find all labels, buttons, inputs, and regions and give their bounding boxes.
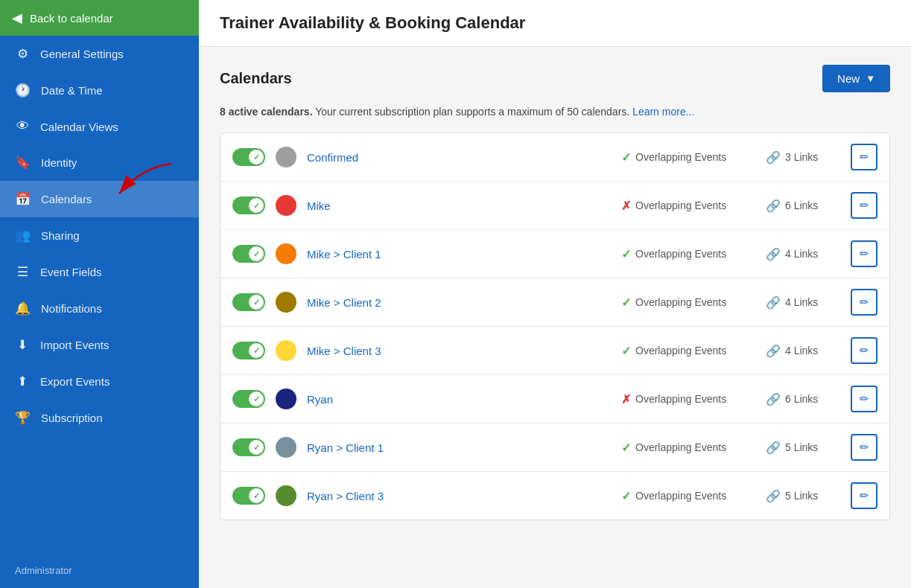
overlap-section-confirmed: ✓ Overlapping Events — [621, 150, 755, 164]
links-count: 6 Links — [785, 199, 818, 211]
toggle-mike[interactable]: ✓ — [232, 196, 265, 214]
calendar-name-ryan-client1[interactable]: Ryan > Client 1 — [307, 441, 611, 454]
overlap-check-icon: ✓ — [621, 247, 631, 261]
export-events-icon: ⬆ — [15, 374, 30, 389]
sidebar-item-date-time[interactable]: 🕐 Date & Time — [0, 72, 199, 109]
toggle-ryan-client3[interactable]: ✓ — [232, 487, 265, 505]
link-icon: 🔗 — [766, 441, 781, 455]
sidebar-item-identity[interactable]: 🔖 Identity — [0, 144, 199, 181]
sidebar-item-calendar-views[interactable]: 👁 Calendar Views — [0, 109, 199, 144]
sidebar-item-label-identity: Identity — [41, 156, 77, 169]
notifications-icon: 🔔 — [15, 301, 31, 316]
toggle-knob: ✓ — [249, 440, 264, 455]
overlap-label: Overlapping Events — [635, 248, 726, 260]
calendars-section-title: Calendars — [220, 70, 292, 87]
overlap-section-ryan-client1: ✓ Overlapping Events — [621, 441, 755, 455]
nav-list: ⚙ General Settings 🕐 Date & Time 👁 Calen… — [0, 36, 199, 436]
sidebar-item-calendars[interactable]: 📅 Calendars — [0, 181, 199, 217]
overlap-label: Overlapping Events — [635, 151, 726, 163]
toggle-check-icon: ✓ — [253, 443, 260, 453]
sidebar-item-subscription[interactable]: 🏆 Subscription — [0, 400, 199, 436]
overlap-x-icon: ✗ — [621, 199, 631, 213]
toggle-knob: ✓ — [249, 246, 264, 261]
toggle-mike-client1[interactable]: ✓ — [232, 245, 265, 263]
edit-button-ryan[interactable]: ✏ — [851, 386, 877, 412]
calendar-row: ✓ Mike > Client 2 ✓ Overlapping Events 🔗… — [220, 278, 889, 327]
links-section-ryan: 🔗 6 Links — [766, 392, 840, 406]
toggle-ryan[interactable]: ✓ — [232, 390, 265, 408]
back-to-calendar-button[interactable]: ◀ Back to calendar — [0, 0, 199, 36]
back-button-label: Back to calendar — [30, 12, 113, 25]
active-count: 8 active calendars. — [220, 106, 313, 118]
sidebar-item-sharing[interactable]: 👥 Sharing — [0, 217, 199, 254]
overlap-check-icon: ✓ — [621, 150, 631, 164]
calendar-name-ryan-client3[interactable]: Ryan > Client 3 — [307, 490, 611, 502]
overlap-section-mike-client2: ✓ Overlapping Events — [621, 295, 755, 310]
dropdown-arrow-icon: ▼ — [866, 73, 875, 84]
overlap-x-icon: ✗ — [621, 392, 631, 406]
toggle-check-icon: ✓ — [253, 346, 260, 356]
calendar-name-mike-client2[interactable]: Mike > Client 2 — [307, 296, 611, 309]
sidebar-item-label-subscription: Subscription — [41, 412, 103, 424]
links-count: 4 Links — [785, 248, 818, 260]
calendar-name-confirmed[interactable]: Confirmed — [307, 151, 611, 164]
learn-more-link[interactable]: Learn more... — [632, 106, 694, 118]
sidebar-item-general-settings[interactable]: ⚙ General Settings — [0, 36, 199, 72]
sidebar-item-event-fields[interactable]: ☰ Event Fields — [0, 254, 199, 290]
calendar-views-icon: 👁 — [15, 119, 30, 134]
calendar-row: ✓ Confirmed ✓ Overlapping Events 🔗 3 Lin… — [220, 133, 889, 182]
overlap-section-ryan: ✗ Overlapping Events — [621, 392, 755, 406]
edit-button-mike-client2[interactable]: ✏ — [851, 289, 877, 316]
sidebar-item-label-notifications: Notifications — [41, 302, 102, 315]
new-button[interactable]: New ▼ — [822, 65, 890, 92]
edit-button-ryan-client1[interactable]: ✏ — [851, 434, 877, 461]
event-fields-icon: ☰ — [15, 264, 30, 280]
sharing-icon: 👥 — [15, 228, 31, 243]
sidebar-item-import-events[interactable]: ⬇ Import Events — [0, 327, 199, 363]
overlap-label: Overlapping Events — [635, 393, 726, 405]
main-content: Trainer Availability & Booking Calendar … — [199, 0, 911, 588]
sidebar-item-label-calendars: Calendars — [41, 193, 92, 205]
sidebar: ◀ Back to calendar ⚙ General Settings 🕐 … — [0, 0, 199, 588]
color-dot-mike-client3 — [276, 340, 296, 361]
sidebar-item-notifications[interactable]: 🔔 Notifications — [0, 290, 199, 327]
toggle-mike-client2[interactable]: ✓ — [232, 293, 265, 311]
sidebar-footer: Administrator — [0, 553, 199, 588]
toggle-check-icon: ✓ — [253, 298, 260, 307]
edit-button-ryan-client3[interactable]: ✏ — [851, 482, 877, 509]
overlap-label: Overlapping Events — [635, 441, 726, 453]
calendar-list: ✓ Confirmed ✓ Overlapping Events 🔗 3 Lin… — [220, 132, 890, 520]
calendar-name-mike-client3[interactable]: Mike > Client 3 — [307, 345, 611, 357]
sidebar-item-export-events[interactable]: ⬆ Export Events — [0, 363, 199, 400]
sidebar-item-label-date-time: Date & Time — [41, 84, 103, 97]
toggle-check-icon: ✓ — [253, 201, 260, 211]
links-count: 5 Links — [785, 490, 818, 502]
calendar-name-mike[interactable]: Mike — [307, 199, 611, 212]
links-section-ryan-client3: 🔗 5 Links — [766, 489, 840, 503]
toggle-check-icon: ✓ — [253, 394, 260, 404]
sidebar-item-label-event-fields: Event Fields — [40, 266, 102, 278]
color-dot-ryan-client1 — [276, 437, 296, 458]
edit-button-mike-client3[interactable]: ✏ — [851, 337, 877, 364]
link-icon: 🔗 — [766, 392, 781, 406]
links-count: 4 Links — [785, 296, 818, 308]
calendar-name-ryan[interactable]: Ryan — [307, 393, 611, 406]
links-count: 6 Links — [785, 393, 818, 405]
admin-label: Administrator — [15, 565, 72, 576]
edit-button-mike[interactable]: ✏ — [851, 192, 877, 219]
toggle-check-icon: ✓ — [253, 249, 260, 259]
general-settings-icon: ⚙ — [15, 46, 30, 62]
calendar-name-mike-client1[interactable]: Mike > Client 1 — [307, 248, 611, 261]
overlap-label: Overlapping Events — [635, 199, 726, 211]
overlap-check-icon: ✓ — [621, 489, 631, 503]
link-icon: 🔗 — [766, 489, 781, 503]
toggle-confirmed[interactable]: ✓ — [232, 148, 265, 166]
edit-button-confirmed[interactable]: ✏ — [851, 144, 877, 170]
new-button-label: New — [837, 72, 860, 85]
links-section-mike-client1: 🔗 4 Links — [766, 247, 840, 261]
toggle-knob: ✓ — [249, 343, 264, 358]
toggle-ryan-client1[interactable]: ✓ — [232, 438, 265, 456]
edit-button-mike-client1[interactable]: ✏ — [851, 240, 877, 267]
toggle-mike-client3[interactable]: ✓ — [232, 342, 265, 359]
sidebar-item-label-general-settings: General Settings — [40, 48, 124, 60]
